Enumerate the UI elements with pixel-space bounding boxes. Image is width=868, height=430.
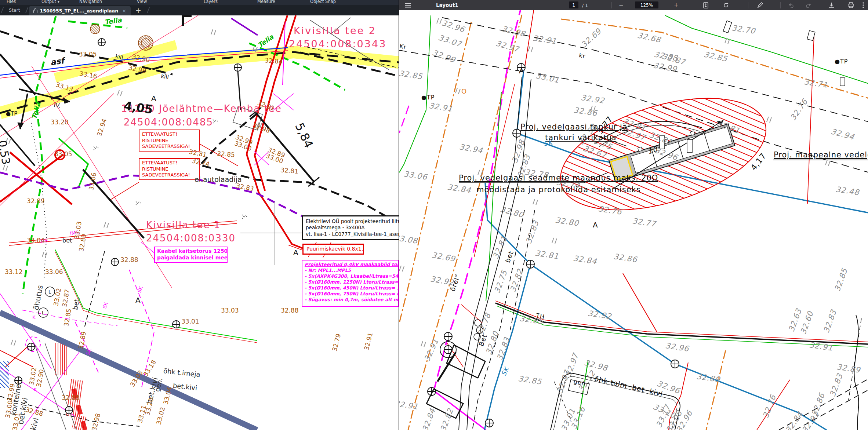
map-label: 32.89 xyxy=(27,198,45,204)
map-label: A xyxy=(593,221,598,229)
map-label: 33.06 xyxy=(45,269,63,275)
tab-document-label: 1500955_TP_EL..._asendiplaan xyxy=(40,8,119,14)
menu-item-layers[interactable]: Layers xyxy=(204,0,218,4)
screen: FilesOutput ▾NavigationViewLayersMeasure… xyxy=(0,0,868,430)
zoom-in-button[interactable]: + xyxy=(674,0,679,10)
warning-box-sadeveetrass-2: ETTEVAATUST! RISTUMINE SADEVEETRASSIGA! xyxy=(139,158,200,180)
map-label: 32.84 xyxy=(265,57,283,65)
map-label: 33.03 xyxy=(221,307,239,314)
kebab-menu-icon xyxy=(862,2,864,8)
map-label: tankuri varikatus xyxy=(545,134,616,142)
map-label: TH xyxy=(535,313,545,320)
map-label: L xyxy=(42,310,44,315)
map-label: IV. xyxy=(53,102,61,109)
map-label: 4,05 xyxy=(123,100,154,116)
note-box-projekteeritud-kaablid: Projekteeritud 0,4kV maakaablid torus - … xyxy=(302,260,399,307)
map-label: A xyxy=(151,95,156,102)
hamburger-icon xyxy=(405,3,411,8)
lock-icon xyxy=(33,10,37,13)
menu-item-output-[interactable]: Output ▾ xyxy=(41,0,59,4)
map-label: 32.88 xyxy=(120,257,138,263)
toolbar-separator xyxy=(780,2,781,8)
map-label: 33.04 xyxy=(27,237,45,244)
tab-close-icon[interactable]: × xyxy=(122,8,126,14)
map-label: ●TP xyxy=(835,59,848,65)
redo-icon xyxy=(806,3,812,8)
menu-item-object-snap[interactable]: Object Snap xyxy=(310,0,336,4)
map-label: el.autolaadija xyxy=(195,176,242,183)
pen-icon xyxy=(757,2,763,8)
map-label: kr xyxy=(578,52,586,59)
page-number-input[interactable]: 1 xyxy=(569,1,578,8)
draw-tool-button[interactable] xyxy=(757,0,763,10)
rotate-icon xyxy=(723,2,729,8)
map-label: A xyxy=(293,249,298,256)
sidebar-toggle-button[interactable] xyxy=(405,0,411,10)
map-label: 33.20 xyxy=(51,119,69,125)
cad-menubar: FilesOutput ▾NavigationViewLayersMeasure… xyxy=(0,0,399,5)
map-label: 33.05 xyxy=(54,151,72,157)
menu-item-files[interactable]: Files xyxy=(7,0,16,4)
pdf-toolbar: Layout1 1 / 1 − 125% + xyxy=(399,0,868,10)
print-icon xyxy=(848,2,854,8)
page-count: / 1 xyxy=(582,0,588,10)
rotate-button[interactable] xyxy=(723,0,729,10)
toolbar-separator xyxy=(693,2,693,8)
print-button[interactable] xyxy=(848,0,854,10)
cad-tabbar: Start 1500955_TP_EL..._asendiplaan × + xyxy=(0,5,399,15)
map-label: ●TP xyxy=(6,111,17,117)
menu-item-navigation[interactable]: Navigation xyxy=(79,0,102,4)
zoom-out-button[interactable]: − xyxy=(619,0,624,10)
map-label: A xyxy=(135,296,141,304)
map-label: Proj. vedelgaasi seadmete maandus maks. … xyxy=(459,174,658,182)
red-lines xyxy=(447,10,814,430)
map-label: 32.81 xyxy=(280,167,299,175)
map-label: 32.85 xyxy=(217,150,235,158)
toolbar-separator xyxy=(748,2,748,8)
new-tab-button[interactable]: + xyxy=(131,6,146,14)
map-label: Kivisilla tee 2 xyxy=(294,26,376,36)
map-label: O xyxy=(461,88,467,95)
map-label: Kr xyxy=(399,43,407,50)
map-label: Proj. maapealne vedelgaas xyxy=(774,151,868,159)
fit-page-icon xyxy=(703,2,708,8)
map-label: 24504:008:0330 xyxy=(146,233,236,243)
toolbar-separator xyxy=(611,2,612,8)
map-label: ●TP xyxy=(421,95,435,101)
blue-hatch-area xyxy=(0,361,9,388)
map-label: 32.88 xyxy=(281,307,299,314)
map-label: 33.01 xyxy=(181,318,199,325)
cad-drawing-canvas[interactable]: ETTEVAATUST! RISTUMINE SADEVEETRASSIGA! … xyxy=(0,15,399,430)
tab-separator xyxy=(147,7,150,13)
pdf-viewer-window: Layout1 1 / 1 − 125% + xyxy=(399,0,868,430)
download-button[interactable] xyxy=(829,0,834,10)
document-title: Layout1 xyxy=(436,0,458,10)
map-label: kill xyxy=(115,54,124,61)
map-label: 33.12 xyxy=(5,269,23,275)
map-label: 24504:008:0485 xyxy=(124,117,213,127)
tab-start[interactable]: Start xyxy=(4,5,25,15)
map-label: L xyxy=(48,289,51,294)
fit-page-button[interactable] xyxy=(703,0,708,10)
map-label: Kivisilla tee 1 xyxy=(146,220,221,230)
red-hatch-band xyxy=(54,343,87,430)
map-label: K xyxy=(34,387,37,392)
map-label: SK xyxy=(543,139,553,147)
map-label: A xyxy=(519,67,524,74)
pdf-page-canvas[interactable]: 32.9633.0732.9932.8532.9832.9732.9132.68… xyxy=(399,10,868,430)
undo-button[interactable] xyxy=(788,0,793,10)
tab-separator xyxy=(25,7,28,13)
tab-document[interactable]: 1500955_TP_EL..._asendiplaan × xyxy=(29,6,131,15)
map-label: 33.05 xyxy=(79,51,97,58)
map-label: 24504:008:0343 xyxy=(289,39,386,49)
tab-separator xyxy=(1,7,4,13)
zoom-level-select[interactable]: 125% xyxy=(635,1,658,8)
menu-item-measure[interactable]: Measure xyxy=(257,0,275,4)
menu-item-view[interactable]: View xyxy=(137,0,147,4)
redo-button[interactable] xyxy=(806,0,812,10)
more-options-button[interactable] xyxy=(862,0,864,10)
map-label: bet xyxy=(62,238,72,244)
map-label: mõõdistada ja protokollida esitamiseks xyxy=(476,186,641,194)
map-label: 32.88 xyxy=(62,395,80,401)
download-icon xyxy=(829,2,834,8)
